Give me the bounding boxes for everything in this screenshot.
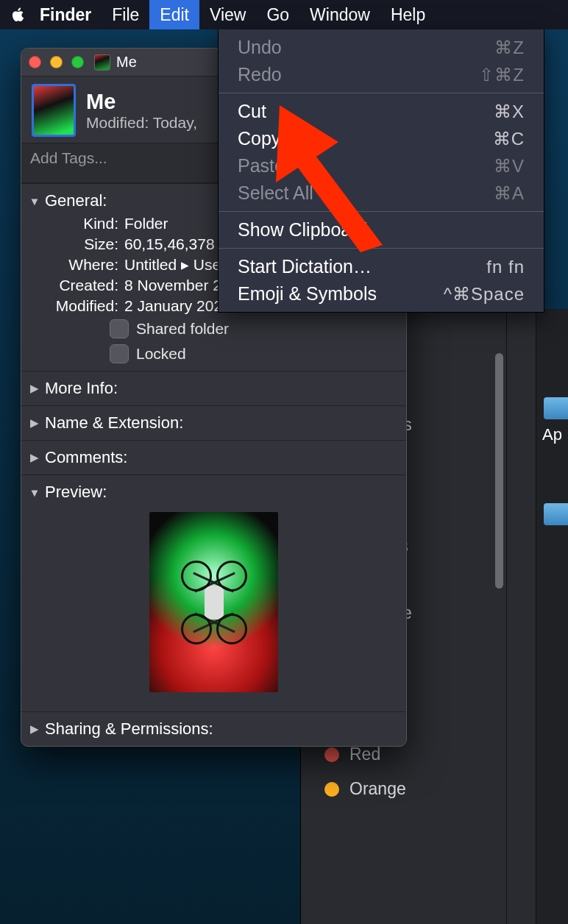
menu-help[interactable]: Help — [380, 0, 436, 29]
menu-item-label: Emoji & Symbols — [238, 283, 377, 305]
menu-item-shortcut: fn fn — [486, 257, 525, 277]
menu-item-label: Paste — [238, 155, 285, 177]
menu-separator — [219, 248, 544, 249]
menu-file[interactable]: File — [102, 0, 149, 29]
shared-folder-checkbox[interactable] — [110, 319, 129, 338]
menu-item-shortcut: ⌘A — [494, 183, 525, 204]
sidebar-tag-orange[interactable]: Orange — [314, 772, 493, 806]
chevron-right-icon: ▶ — [29, 451, 40, 464]
created-label: Created: — [29, 277, 124, 294]
section-header-sharing[interactable]: ▶ Sharing & Permissions: — [29, 717, 399, 742]
menu-window[interactable]: Window — [299, 0, 380, 29]
traffic-lights — [29, 56, 84, 68]
locked-label: Locked — [136, 345, 186, 363]
menu-item-label: Redo — [238, 64, 282, 85]
menu-copy[interactable]: Copy ⌘C — [219, 125, 544, 152]
tag-label: Orange — [349, 779, 406, 799]
locked-row: Locked — [29, 341, 399, 366]
menu-item-label: Select All — [238, 182, 313, 204]
menu-separator — [219, 93, 544, 93]
edit-dropdown: Undo ⌘Z Redo ⇧⌘Z Cut ⌘X Copy ⌘C Paste ⌘V… — [218, 29, 544, 313]
section-preview: ▼ Preview: — [21, 475, 406, 711]
menu-item-shortcut: ^⌘Space — [444, 284, 525, 305]
section-header-comments[interactable]: ▶ Comments: — [29, 445, 399, 470]
folder-thumbnail — [32, 84, 76, 137]
menu-item-label: Copy — [238, 128, 280, 149]
menu-show-clipboard[interactable]: Show Clipboard — [219, 216, 544, 244]
menu-paste[interactable]: Paste ⌘V — [219, 152, 544, 180]
locked-checkbox[interactable] — [110, 344, 129, 363]
menu-item-label: Undo — [238, 37, 282, 58]
zoom-button[interactable] — [71, 56, 84, 68]
menu-item-shortcut: ⇧⌘Z — [479, 65, 525, 85]
preview-container — [29, 505, 399, 707]
window-title: Me — [116, 54, 137, 71]
folder-label: Ap — [536, 425, 568, 444]
close-button[interactable] — [29, 56, 41, 68]
section-sharing: ▶ Sharing & Permissions: — [21, 711, 406, 746]
chevron-right-icon: ▶ — [29, 722, 40, 736]
menu-separator — [219, 211, 544, 212]
where-label: Where: — [29, 256, 124, 274]
titlebar-thumbnail — [94, 54, 110, 71]
modified-label: Modified: — [29, 297, 124, 315]
finder-content-area: Ap — [536, 309, 568, 924]
section-header-more-info[interactable]: ▶ More Info: — [29, 376, 399, 401]
item-name: Me — [86, 90, 197, 114]
tag-dot-icon — [324, 747, 339, 762]
menu-item-label: Show Clipboard — [238, 219, 368, 241]
folder-icon[interactable] — [544, 397, 568, 419]
shared-folder-label: Shared folder — [136, 320, 229, 338]
menu-edit[interactable]: Edit — [149, 0, 199, 29]
section-more-info: ▶ More Info: — [21, 371, 406, 405]
menu-start-dictation[interactable]: Start Dictation… fn fn — [219, 253, 544, 280]
scrollbar-thumb[interactable] — [495, 353, 503, 589]
menu-cut[interactable]: Cut ⌘X — [219, 98, 544, 125]
menu-item-shortcut: ⌘V — [494, 156, 525, 177]
section-name-ext: ▶ Name & Extension: — [21, 405, 406, 440]
menu-undo[interactable]: Undo ⌘Z — [219, 34, 544, 61]
menu-item-label: Start Dictation… — [238, 256, 372, 277]
menu-view[interactable]: View — [199, 0, 256, 29]
shared-folder-row: Shared folder — [29, 316, 399, 341]
section-header-name-ext[interactable]: ▶ Name & Extension: — [29, 411, 399, 436]
preview-image — [149, 512, 278, 692]
menu-item-shortcut: ⌘Z — [494, 38, 525, 58]
drone-icon — [205, 577, 224, 628]
chevron-right-icon: ▶ — [29, 416, 40, 430]
menu-item-shortcut: ⌘C — [493, 129, 525, 149]
size-label: Size: — [29, 235, 124, 253]
minimize-button[interactable] — [50, 56, 63, 68]
chevron-right-icon: ▶ — [29, 382, 40, 395]
menu-emoji-symbols[interactable]: Emoji & Symbols ^⌘Space — [219, 280, 544, 308]
menu-go[interactable]: Go — [256, 0, 299, 29]
menu-item-label: Cut — [238, 101, 266, 122]
tag-dot-icon — [324, 782, 339, 797]
menu-select-all[interactable]: Select All ⌘A — [219, 180, 544, 207]
chevron-down-icon: ▼ — [29, 195, 40, 207]
kind-label: Kind: — [29, 215, 124, 232]
menu-item-shortcut: ⌘X — [494, 102, 525, 122]
menubar: Finder File Edit View Go Window Help — [0, 0, 568, 29]
menu-redo[interactable]: Redo ⇧⌘Z — [219, 61, 544, 88]
folder-icon[interactable] — [544, 503, 568, 525]
apple-menu[interactable] — [7, 6, 29, 24]
chevron-down-icon: ▼ — [29, 486, 40, 499]
section-comments: ▶ Comments: — [21, 440, 406, 475]
section-header-preview[interactable]: ▼ Preview: — [29, 480, 399, 505]
tag-label: Red — [349, 744, 380, 764]
menu-app-name[interactable]: Finder — [29, 0, 102, 29]
item-modified: Modified: Today, — [86, 114, 197, 132]
